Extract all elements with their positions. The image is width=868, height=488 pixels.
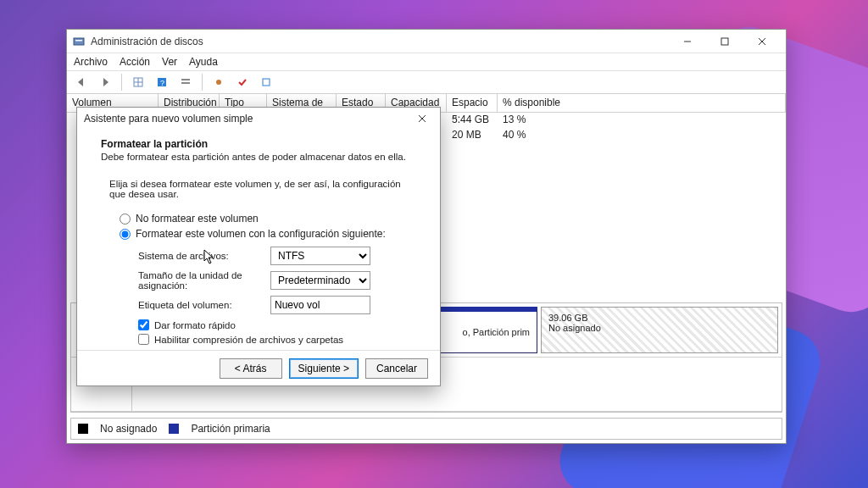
menu-bar: Archivo Acción Ver Ayuda xyxy=(67,53,786,70)
wizard-subheading: Debe formatear esta partición antes de p… xyxy=(101,152,416,162)
menu-ver[interactable]: Ver xyxy=(162,56,177,68)
allocation-select[interactable]: Predeterminado xyxy=(270,271,370,290)
svg-rect-14 xyxy=(263,79,270,86)
volume-label-label: Etiqueta del volumen: xyxy=(138,300,270,310)
wizard-title: Asistente para nuevo volumen simple xyxy=(84,113,253,125)
wizard-footer: < Atrás Siguiente > Cancelar xyxy=(77,350,440,385)
check-icon[interactable] xyxy=(233,73,252,92)
legend: No asignado Partición primaria xyxy=(70,418,782,440)
next-button[interactable]: Siguiente > xyxy=(289,358,359,379)
radio-no-format[interactable] xyxy=(120,214,131,225)
radio-format-label: Formatear este volumen con la configurac… xyxy=(136,228,386,240)
toolbar: ? xyxy=(67,70,786,94)
forward-icon[interactable] xyxy=(96,73,114,92)
wizard-header: Formatear la partición Debe formatear es… xyxy=(77,130,440,169)
menu-accion[interactable]: Acción xyxy=(120,56,150,68)
svg-text:?: ? xyxy=(160,79,164,87)
svg-rect-0 xyxy=(74,38,84,45)
header-disponible[interactable]: % disponible xyxy=(498,94,786,112)
window-title: Administración de discos xyxy=(91,36,203,47)
radio-format[interactable] xyxy=(120,229,131,240)
new-volume-wizard-dialog: Asistente para nuevo volumen simple Form… xyxy=(76,107,441,386)
wizard-intro: Elija si desea formatear este volumen y,… xyxy=(109,179,413,199)
quick-format-checkbox[interactable] xyxy=(138,319,149,330)
menu-archivo[interactable]: Archivo xyxy=(74,56,108,68)
compression-label: Habilitar compresión de archivos y carpe… xyxy=(154,335,343,345)
maximize-button[interactable] xyxy=(706,30,743,53)
svg-point-13 xyxy=(216,80,221,85)
svg-rect-3 xyxy=(721,38,728,45)
titlebar[interactable]: Administración de discos xyxy=(67,30,786,53)
help-icon[interactable]: ? xyxy=(153,73,171,92)
legend-unallocated: No asignado xyxy=(100,423,157,435)
cancel-button[interactable]: Cancelar xyxy=(365,358,428,379)
settings-icon[interactable] xyxy=(209,73,228,92)
wizard-heading: Formatear la partición xyxy=(101,138,416,150)
wizard-titlebar[interactable]: Asistente para nuevo volumen simple xyxy=(77,108,440,130)
list-icon[interactable] xyxy=(176,73,195,92)
partition-unallocated[interactable]: 39.06 GB No asignado xyxy=(541,307,778,353)
close-button[interactable] xyxy=(743,30,781,53)
header-espacio[interactable]: Espacio ... xyxy=(447,94,498,112)
wizard-close-button[interactable] xyxy=(411,108,433,130)
refresh-icon[interactable] xyxy=(257,73,275,92)
minimize-button[interactable] xyxy=(669,30,706,53)
filesystem-select[interactable]: NTFS xyxy=(270,247,370,265)
back-button[interactable]: < Atrás xyxy=(220,358,282,379)
radio-no-format-label: No formatear este volumen xyxy=(136,213,259,225)
app-icon xyxy=(72,35,86,48)
menu-ayuda[interactable]: Ayuda xyxy=(189,56,218,68)
legend-primary: Partición primaria xyxy=(191,423,270,435)
volume-label-input[interactable] xyxy=(270,296,370,314)
grid-icon[interactable] xyxy=(129,73,147,92)
back-icon[interactable] xyxy=(72,73,91,92)
svg-rect-11 xyxy=(181,79,190,80)
legend-swatch-primary xyxy=(169,424,179,434)
legend-swatch-unallocated xyxy=(78,424,88,434)
quick-format-label: Dar formato rápido xyxy=(154,320,236,330)
svg-rect-12 xyxy=(181,82,190,84)
allocation-label: Tamaño de la unidad de asignación: xyxy=(138,270,270,291)
compression-checkbox[interactable] xyxy=(138,334,149,345)
filesystem-label: Sistema de archivos: xyxy=(138,251,270,261)
svg-rect-1 xyxy=(75,40,82,42)
